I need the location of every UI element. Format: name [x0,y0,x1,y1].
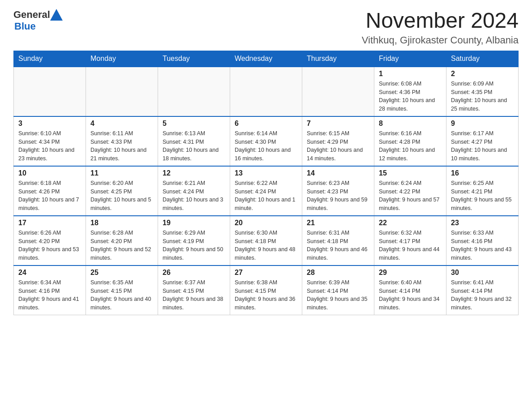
calendar-cell: 22Sunrise: 6:32 AMSunset: 4:17 PMDayligh… [374,216,446,265]
header: General Blue November 2024 Vithkuq, Gjir… [13,9,519,46]
calendar-cell: 11Sunrise: 6:20 AMSunset: 4:25 PMDayligh… [86,166,158,216]
day-number: 11 [90,169,153,177]
day-number: 26 [163,269,225,277]
calendar-cell: 12Sunrise: 6:21 AMSunset: 4:24 PMDayligh… [158,166,230,216]
day-info: Sunrise: 6:32 AMSunset: 4:17 PMDaylight:… [379,229,442,262]
weekday-header-thursday: Thursday [302,51,374,67]
weekday-header-saturday: Saturday [446,51,519,67]
day-number: 5 [163,120,225,128]
calendar-cell: 19Sunrise: 6:29 AMSunset: 4:19 PMDayligh… [158,216,230,265]
day-info: Sunrise: 6:11 AMSunset: 4:33 PMDaylight:… [90,129,153,163]
calendar-cell: 18Sunrise: 6:28 AMSunset: 4:20 PMDayligh… [86,216,158,265]
day-number: 14 [307,169,369,177]
day-info: Sunrise: 6:41 AMSunset: 4:14 PMDaylight:… [451,278,514,312]
calendar-cell: 2Sunrise: 6:09 AMSunset: 4:35 PMDaylight… [446,67,519,116]
calendar-cell [158,67,230,116]
day-number: 12 [163,169,225,177]
day-number: 8 [379,120,442,128]
day-number: 13 [235,169,297,177]
day-info: Sunrise: 6:38 AMSunset: 4:15 PMDaylight:… [235,278,297,312]
day-info: Sunrise: 6:33 AMSunset: 4:16 PMDaylight:… [451,229,514,262]
day-info: Sunrise: 6:25 AMSunset: 4:21 PMDaylight:… [451,179,514,213]
weekday-header-row: SundayMondayTuesdayWednesdayThursdayFrid… [14,51,519,67]
day-number: 9 [451,120,514,128]
day-number: 17 [18,219,81,227]
day-number: 16 [451,169,514,177]
day-info: Sunrise: 6:31 AMSunset: 4:18 PMDaylight:… [307,229,369,262]
calendar-cell [230,67,302,116]
weekday-header-friday: Friday [374,51,446,67]
weekday-header-monday: Monday [86,51,158,67]
day-info: Sunrise: 6:16 AMSunset: 4:28 PMDaylight:… [379,129,442,163]
day-info: Sunrise: 6:15 AMSunset: 4:29 PMDaylight:… [307,129,369,163]
day-info: Sunrise: 6:17 AMSunset: 4:27 PMDaylight:… [451,129,514,163]
calendar-cell: 13Sunrise: 6:22 AMSunset: 4:24 PMDayligh… [230,166,302,216]
weekday-header-sunday: Sunday [14,51,86,67]
calendar-cell [86,67,158,116]
calendar-cell: 6Sunrise: 6:14 AMSunset: 4:30 PMDaylight… [230,116,302,166]
day-number: 1 [379,70,442,78]
calendar-cell: 23Sunrise: 6:33 AMSunset: 4:16 PMDayligh… [446,216,519,265]
day-number: 29 [379,269,442,277]
day-info: Sunrise: 6:40 AMSunset: 4:14 PMDaylight:… [379,278,442,312]
week-row-2: 3Sunrise: 6:10 AMSunset: 4:34 PMDaylight… [14,116,519,166]
day-info: Sunrise: 6:39 AMSunset: 4:14 PMDaylight:… [307,278,369,312]
day-number: 3 [18,120,81,128]
day-info: Sunrise: 6:09 AMSunset: 4:35 PMDaylight:… [451,80,514,113]
day-info: Sunrise: 6:24 AMSunset: 4:22 PMDaylight:… [379,179,442,213]
calendar-cell: 17Sunrise: 6:26 AMSunset: 4:20 PMDayligh… [14,216,86,265]
day-info: Sunrise: 6:26 AMSunset: 4:20 PMDaylight:… [18,229,81,262]
calendar-cell: 21Sunrise: 6:31 AMSunset: 4:18 PMDayligh… [302,216,374,265]
day-number: 21 [307,219,369,227]
calendar-cell [14,67,86,116]
calendar-cell: 15Sunrise: 6:24 AMSunset: 4:22 PMDayligh… [374,166,446,216]
calendar-cell: 30Sunrise: 6:41 AMSunset: 4:14 PMDayligh… [446,265,519,315]
svg-marker-0 [50,9,63,21]
day-number: 27 [235,269,297,277]
day-number: 6 [235,120,297,128]
calendar: SundayMondayTuesdayWednesdayThursdayFrid… [13,51,519,315]
day-number: 30 [451,269,514,277]
day-number: 7 [307,120,369,128]
day-info: Sunrise: 6:30 AMSunset: 4:18 PMDaylight:… [235,229,297,262]
title-area: November 2024 Vithkuq, Gjirokaster Count… [362,9,519,46]
day-info: Sunrise: 6:10 AMSunset: 4:34 PMDaylight:… [18,129,81,163]
calendar-cell: 24Sunrise: 6:34 AMSunset: 4:16 PMDayligh… [14,265,86,315]
calendar-cell: 14Sunrise: 6:23 AMSunset: 4:23 PMDayligh… [302,166,374,216]
calendar-cell: 29Sunrise: 6:40 AMSunset: 4:14 PMDayligh… [374,265,446,315]
week-row-1: 1Sunrise: 6:08 AMSunset: 4:36 PMDaylight… [14,67,519,116]
calendar-cell: 9Sunrise: 6:17 AMSunset: 4:27 PMDaylight… [446,116,519,166]
day-info: Sunrise: 6:08 AMSunset: 4:36 PMDaylight:… [379,80,442,113]
day-info: Sunrise: 6:29 AMSunset: 4:19 PMDaylight:… [163,229,225,262]
subtitle: Vithkuq, Gjirokaster County, Albania [362,34,519,46]
day-info: Sunrise: 6:13 AMSunset: 4:31 PMDaylight:… [163,129,225,163]
calendar-cell: 5Sunrise: 6:13 AMSunset: 4:31 PMDaylight… [158,116,230,166]
calendar-cell: 3Sunrise: 6:10 AMSunset: 4:34 PMDaylight… [14,116,86,166]
calendar-cell: 8Sunrise: 6:16 AMSunset: 4:28 PMDaylight… [374,116,446,166]
day-number: 10 [18,169,81,177]
day-info: Sunrise: 6:37 AMSunset: 4:15 PMDaylight:… [163,278,225,312]
day-info: Sunrise: 6:28 AMSunset: 4:20 PMDaylight:… [90,229,153,262]
logo-icon [50,9,63,21]
calendar-cell: 26Sunrise: 6:37 AMSunset: 4:15 PMDayligh… [158,265,230,315]
week-row-5: 24Sunrise: 6:34 AMSunset: 4:16 PMDayligh… [14,265,519,315]
calendar-cell: 16Sunrise: 6:25 AMSunset: 4:21 PMDayligh… [446,166,519,216]
weekday-header-wednesday: Wednesday [230,51,302,67]
day-info: Sunrise: 6:34 AMSunset: 4:16 PMDaylight:… [18,278,81,312]
week-row-4: 17Sunrise: 6:26 AMSunset: 4:20 PMDayligh… [14,216,519,265]
calendar-cell: 20Sunrise: 6:30 AMSunset: 4:18 PMDayligh… [230,216,302,265]
calendar-cell: 10Sunrise: 6:18 AMSunset: 4:26 PMDayligh… [14,166,86,216]
calendar-cell [302,67,374,116]
logo: General Blue [13,9,63,32]
day-number: 15 [379,169,442,177]
logo-blue-text: Blue [14,21,36,32]
calendar-cell: 27Sunrise: 6:38 AMSunset: 4:15 PMDayligh… [230,265,302,315]
day-number: 24 [18,269,81,277]
day-number: 4 [90,120,153,128]
day-info: Sunrise: 6:21 AMSunset: 4:24 PMDaylight:… [163,179,225,213]
calendar-cell: 1Sunrise: 6:08 AMSunset: 4:36 PMDaylight… [374,67,446,116]
day-number: 22 [379,219,442,227]
day-info: Sunrise: 6:35 AMSunset: 4:15 PMDaylight:… [90,278,153,312]
day-info: Sunrise: 6:14 AMSunset: 4:30 PMDaylight:… [235,129,297,163]
day-info: Sunrise: 6:18 AMSunset: 4:26 PMDaylight:… [18,179,81,213]
